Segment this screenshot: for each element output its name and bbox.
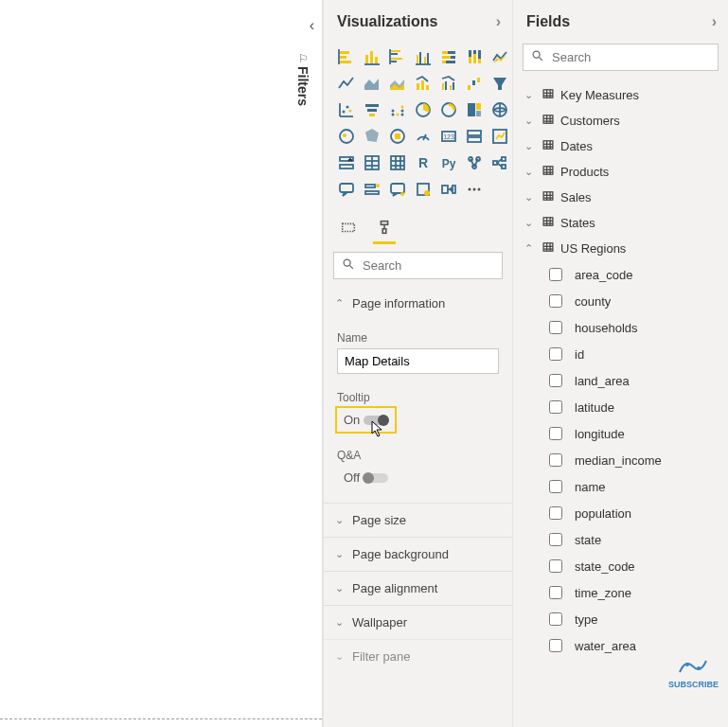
- qa-toggle[interactable]: Off: [337, 466, 395, 489]
- section-wallpaper[interactable]: ⌄ Wallpaper: [324, 605, 512, 639]
- viz-azure-map[interactable]: [386, 125, 409, 148]
- viz-filled-map[interactable]: [335, 125, 358, 148]
- fields-search-input[interactable]: [550, 49, 713, 65]
- viz-line[interactable]: [335, 72, 358, 95]
- column-checkbox[interactable]: [549, 321, 562, 334]
- fields-tab[interactable]: [335, 214, 362, 240]
- column-checkbox[interactable]: [549, 612, 562, 626]
- viz-qa[interactable]: [335, 178, 358, 201]
- viz-power-apps[interactable]: [412, 178, 435, 201]
- column-row[interactable]: name: [513, 473, 728, 500]
- viz-more[interactable]: [463, 178, 486, 201]
- viz-clustered-column[interactable]: [412, 45, 435, 68]
- viz-area[interactable]: [361, 72, 383, 95]
- column-checkbox[interactable]: [549, 453, 562, 467]
- viz-donut[interactable]: [437, 98, 460, 121]
- viz-matrix[interactable]: [386, 151, 409, 174]
- section-page-background[interactable]: ⌄ Page background: [324, 537, 512, 571]
- viz-table[interactable]: [361, 151, 383, 174]
- column-row[interactable]: area_code: [513, 261, 728, 288]
- column-checkbox[interactable]: [549, 480, 562, 493]
- column-row[interactable]: state: [513, 526, 728, 553]
- filters-panel-label[interactable]: Filters: [295, 66, 311, 106]
- format-search[interactable]: [333, 252, 503, 279]
- column-row[interactable]: population: [513, 500, 728, 526]
- viz-gauge[interactable]: [412, 125, 435, 148]
- column-row[interactable]: households: [513, 314, 728, 341]
- viz-stacked-column-100[interactable]: [463, 45, 486, 68]
- viz-r[interactable]: R: [412, 151, 435, 174]
- column-checkbox[interactable]: [549, 506, 562, 520]
- viz-multi-card[interactable]: [463, 125, 486, 148]
- section-page-size[interactable]: ⌄ Page size: [324, 503, 512, 537]
- table-row[interactable]: ⌄Sales: [513, 185, 728, 210]
- viz-card[interactable]: 123: [437, 125, 460, 148]
- viz-waterfall[interactable]: [463, 72, 486, 95]
- viz-paginated[interactable]: [386, 178, 409, 201]
- collapse-fields-chevron[interactable]: ›: [712, 13, 717, 30]
- viz-line-clustered-column[interactable]: [437, 72, 460, 95]
- column-row[interactable]: county: [513, 288, 728, 314]
- page-name-input[interactable]: [337, 348, 499, 374]
- column-checkbox[interactable]: [549, 294, 562, 308]
- viz-map[interactable]: [488, 98, 511, 121]
- viz-shape-map[interactable]: [361, 125, 383, 148]
- viz-ribbon[interactable]: [488, 45, 511, 68]
- viz-pie[interactable]: [412, 98, 435, 121]
- section-page-information[interactable]: ⌃ Page information: [324, 287, 512, 320]
- viz-funnel-chart[interactable]: [361, 98, 383, 121]
- column-row[interactable]: median_income: [513, 447, 728, 473]
- viz-funnel[interactable]: [488, 72, 511, 95]
- fields-search[interactable]: [523, 44, 719, 71]
- tooltip-switch[interactable]: [364, 416, 388, 425]
- tooltip-toggle[interactable]: On: [337, 408, 395, 432]
- viz-slicer[interactable]: [335, 151, 358, 174]
- section-filter-pane[interactable]: ⌄ Filter pane: [324, 639, 512, 673]
- section-page-alignment[interactable]: ⌄ Page alignment: [324, 571, 512, 605]
- column-checkbox[interactable]: [549, 347, 562, 361]
- table-row[interactable]: ⌄Products: [513, 159, 728, 185]
- format-search-input[interactable]: [361, 257, 524, 274]
- column-row[interactable]: state_code: [513, 553, 728, 579]
- table-row[interactable]: ⌄States: [513, 210, 728, 236]
- viz-stacked-bar[interactable]: [335, 45, 358, 68]
- format-tab[interactable]: [371, 214, 398, 240]
- column-row[interactable]: type: [513, 606, 728, 632]
- viz-kpi[interactable]: [488, 125, 511, 148]
- column-checkbox[interactable]: [549, 533, 562, 546]
- collapse-filters-chevron[interactable]: ‹: [310, 17, 314, 34]
- table-row[interactable]: ⌃US Regions: [513, 236, 728, 261]
- filters-icon: ⚐: [298, 52, 309, 65]
- collapse-visualizations-chevron[interactable]: ›: [496, 13, 501, 30]
- column-row[interactable]: land_area: [513, 367, 728, 394]
- column-checkbox[interactable]: [549, 559, 562, 573]
- table-row[interactable]: ⌄Key Measures: [513, 82, 728, 108]
- viz-decomposition[interactable]: [488, 151, 511, 174]
- column-row[interactable]: longitude: [513, 420, 728, 447]
- column-row[interactable]: time_zone: [513, 579, 728, 606]
- table-row[interactable]: ⌄Dates: [513, 133, 728, 159]
- viz-line-stacked-column[interactable]: [412, 72, 435, 95]
- column-checkbox[interactable]: [549, 427, 562, 440]
- viz-smart-narrative[interactable]: [361, 178, 383, 201]
- viz-dot-plot[interactable]: [386, 98, 409, 121]
- column-checkbox[interactable]: [549, 400, 562, 414]
- table-row[interactable]: ⌄Customers: [513, 108, 728, 133]
- viz-stacked-bar-100[interactable]: [437, 45, 460, 68]
- viz-key-influencers[interactable]: [463, 151, 486, 174]
- report-canvas[interactable]: ‹ ⚐ Filters: [0, 0, 323, 727]
- viz-clustered-bar[interactable]: [386, 45, 409, 68]
- viz-stacked-column[interactable]: [361, 45, 383, 68]
- viz-stacked-area[interactable]: [386, 72, 409, 95]
- viz-python[interactable]: Py: [437, 151, 460, 174]
- column-row[interactable]: latitude: [513, 394, 728, 420]
- column-checkbox[interactable]: [549, 586, 562, 599]
- viz-treemap[interactable]: [463, 98, 486, 121]
- column-checkbox[interactable]: [549, 268, 562, 281]
- column-row[interactable]: id: [513, 341, 728, 367]
- column-checkbox[interactable]: [549, 374, 562, 387]
- column-checkbox[interactable]: [549, 639, 562, 652]
- viz-power-automate[interactable]: [437, 178, 460, 201]
- qa-switch[interactable]: [364, 473, 388, 483]
- viz-scatter[interactable]: [335, 98, 358, 121]
